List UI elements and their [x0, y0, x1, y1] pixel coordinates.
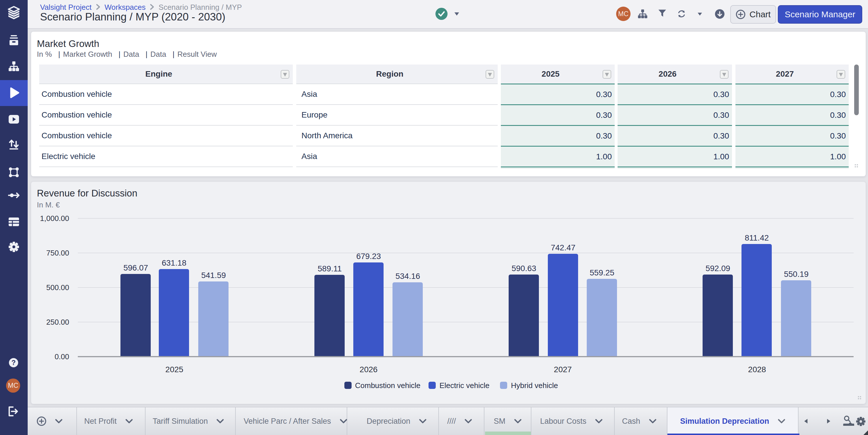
svg-text:?: ?	[11, 359, 16, 367]
